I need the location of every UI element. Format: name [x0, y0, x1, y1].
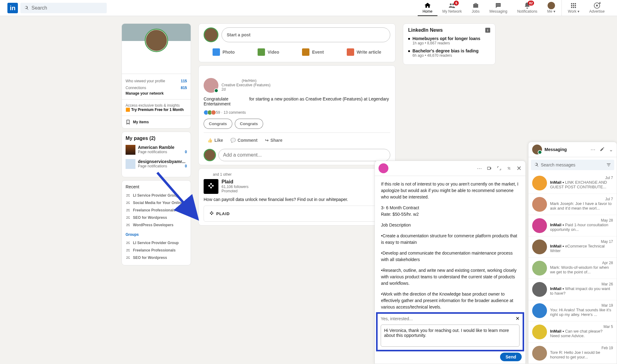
comment-input[interactable]: Add a comment...: [218, 149, 390, 161]
connections-stat[interactable]: Connections 815: [126, 84, 187, 91]
profile-avatar[interactable]: [145, 29, 168, 51]
message-thread[interactable]: Jul 7Mark Joseph: Joe I have a favor to …: [528, 194, 617, 215]
recent-item[interactable]: Social Media for Your Online...: [126, 199, 187, 207]
grid-icon: [570, 2, 577, 9]
who-viewed-profile[interactable]: Who viewed your profile 115: [126, 78, 187, 84]
avatar: [532, 176, 547, 190]
avatar: [532, 145, 542, 154]
compose-icon[interactable]: [600, 147, 605, 152]
close-icon[interactable]: ✕: [516, 165, 522, 172]
start-post-input[interactable]: Start a post: [222, 27, 390, 42]
start-post-card: Start a post Photo Video Event Write art…: [198, 23, 395, 62]
post-article-button[interactable]: Write article: [343, 45, 385, 59]
avatar: [532, 239, 547, 254]
target-icon: [593, 2, 601, 9]
svg-point-1: [498, 5, 499, 5]
svg-point-2: [499, 5, 500, 5]
post-video-button[interactable]: Video: [254, 45, 283, 59]
recent-item[interactable]: WordPress Developers: [126, 221, 187, 229]
message-search-input[interactable]: Search messages: [531, 160, 614, 170]
profile-card: Who viewed your profile 115 Connections …: [122, 23, 191, 129]
page-item[interactable]: American Ramble Page notifications0: [126, 145, 187, 155]
chevron-down-icon[interactable]: ⌄: [609, 147, 613, 153]
message-thread-list: Jul 7InMail • LINK EXCHANGE AND GUEST PO…: [528, 173, 617, 276]
conversation-window: ⋯ ✕ If this role is not of interest to y…: [375, 161, 526, 276]
nav-home[interactable]: Home: [418, 0, 437, 16]
manage-network-link[interactable]: Manage your network: [126, 91, 187, 96]
group-icon: [126, 248, 130, 253]
post-body: Congratulate for starting a new position…: [204, 96, 390, 106]
message-thread[interactable]: Jul 7InMail • LINK EXCHANGE AND GUEST PO…: [528, 173, 617, 194]
global-search-input[interactable]: Search: [20, 3, 107, 13]
search-icon: [534, 162, 539, 167]
comment-button[interactable]: 💬 Comment: [227, 134, 261, 146]
nav-messaging[interactable]: Messaging: [484, 0, 512, 16]
recent-item[interactable]: Freelance Professionals: [126, 207, 187, 214]
messaging-header[interactable]: Messaging ⋯ ⌄: [528, 142, 617, 157]
premium-upsell[interactable]: Access exclusive tools & insights 🟧 Try …: [122, 99, 191, 116]
plaid-logo[interactable]: [204, 179, 218, 194]
search-icon: [24, 6, 29, 10]
group-icon: [126, 223, 130, 227]
group-item[interactable]: Freelance Professionals: [126, 247, 187, 254]
post-reactions[interactable]: 59 · 13 comments: [204, 110, 390, 115]
top-navigation: in Search Home 6 My Network Jobs Messagi…: [0, 0, 617, 16]
video-icon[interactable]: [487, 166, 492, 171]
like-button[interactable]: 👍 Like: [204, 134, 227, 146]
conversation-body: If this role is not of interest to you o…: [375, 176, 525, 276]
avatar: [204, 27, 218, 42]
briefcase-icon: [472, 2, 479, 9]
message-thread[interactable]: Apr 28Mark: Words-of-wisdom for when we …: [528, 258, 617, 276]
recent-item[interactable]: LI Service Provider Group: [126, 192, 187, 199]
bookmark-icon: [126, 120, 130, 125]
quick-reply-button[interactable]: Congrats: [235, 119, 263, 129]
post-photo-button[interactable]: Photo: [209, 45, 238, 59]
avatar: [204, 149, 216, 161]
group-icon: [126, 200, 130, 205]
messaging-panel: Messaging ⋯ ⌄ Search messages Jul 7InMai…: [528, 142, 617, 276]
avatar: [532, 197, 547, 212]
filter-icon[interactable]: [606, 162, 611, 167]
post-event-button[interactable]: Event: [298, 45, 327, 59]
conversation-avatar[interactable]: [379, 163, 388, 173]
avatar: [532, 218, 547, 233]
svg-rect-5: [487, 167, 490, 170]
nav-my-network[interactable]: 6 My Network: [437, 0, 467, 16]
group-icon: [126, 255, 130, 260]
more-icon[interactable]: ⋯: [590, 147, 595, 153]
recent-item[interactable]: SEO for Wordpress: [126, 214, 187, 221]
nav-jobs[interactable]: Jobs: [467, 0, 484, 16]
group-icon: [126, 215, 130, 220]
home-icon: [424, 2, 431, 9]
news-item[interactable]: Homebuyers opt for longer loans 1h ago •…: [412, 36, 490, 45]
page-item[interactable]: designservicesbyamr... Page notification…: [126, 159, 187, 169]
more-icon[interactable]: ⋯: [477, 166, 482, 171]
post-author-avatar[interactable]: [204, 78, 218, 93]
nav-me[interactable]: Me ▾: [542, 0, 560, 16]
group-item[interactable]: LI Service Provider Group: [126, 239, 187, 247]
nav-work[interactable]: Work ▾: [563, 0, 584, 16]
group-icon: [126, 240, 130, 245]
quick-reply-button[interactable]: Congrats: [204, 119, 232, 129]
share-button[interactable]: ↪ Share: [261, 134, 286, 146]
feed-post: (He/Him) Creative Executive (Features) 2…: [198, 65, 395, 165]
nav-notifications[interactable]: 82 Notifications: [512, 0, 542, 16]
avatar: [532, 261, 547, 276]
promoted-post: and 1 other Plaid 61,106 followers Promo…: [198, 168, 395, 226]
expand-icon[interactable]: [497, 166, 502, 171]
minimize-icon[interactable]: [507, 166, 511, 171]
group-icon: [126, 193, 130, 198]
group-item[interactable]: SEO for Wordpress: [126, 254, 187, 261]
nav-advertise[interactable]: Advertise: [584, 0, 610, 16]
news-item[interactable]: Bachelor's degree bias is fading 6h ago …: [412, 48, 490, 58]
group-icon: [126, 208, 130, 213]
linkedin-logo[interactable]: in: [7, 3, 18, 13]
recent-card: Recent LI Service Provider Group Social …: [122, 180, 191, 265]
avatar: [548, 2, 555, 9]
svg-point-4: [596, 5, 598, 6]
linkedin-news-card: LinkedIn Newsi Homebuyers opt for longer…: [403, 23, 495, 65]
my-items-link[interactable]: My items: [122, 116, 191, 128]
message-thread[interactable]: May 17InMail • eCommerce Technical Write…: [528, 236, 617, 258]
info-icon[interactable]: i: [485, 28, 490, 33]
message-thread[interactable]: May 28InMail • Paid 1-hour consultation …: [528, 215, 617, 236]
